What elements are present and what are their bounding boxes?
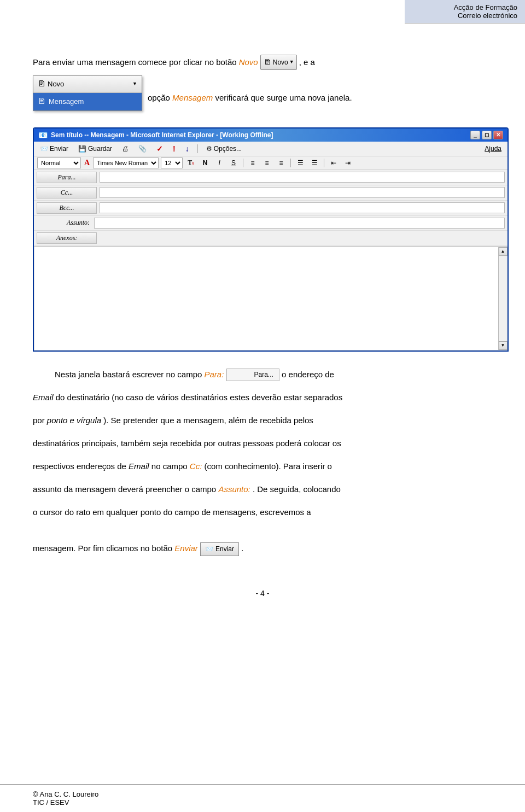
body-text-p6-end: . De seguida, colocando — [253, 484, 341, 494]
size-select[interactable]: 12 — [161, 157, 183, 168]
explanation-paragraph-5: respectivos endereços de Email no campo … — [33, 460, 492, 473]
ajuda-button[interactable]: Ajuda — [482, 144, 504, 154]
enviar-mock-label: Enviar — [215, 544, 234, 554]
font-select[interactable]: Times New Roman — [93, 157, 159, 168]
paragraph-2-row: 🖹 Novo ▼ 🖹 Mensagem opção Mensagem verif… — [33, 75, 492, 111]
body-text-email-italic: Email — [33, 393, 54, 402]
number-list-icon: ☰ — [312, 159, 318, 167]
underline-icon: S — [231, 159, 236, 167]
dropdown-header: 🖹 Novo ▼ — [33, 76, 142, 93]
format-sep3 — [324, 159, 324, 167]
bcc-field-row: Bcc... — [34, 201, 508, 216]
cc-button[interactable]: Cc... — [37, 187, 97, 198]
close-button[interactable]: ✕ — [493, 131, 503, 139]
align-left-icon: ≡ — [251, 159, 255, 167]
format-bar: Normal A Times New Roman 12 T g N I S ≡ … — [34, 156, 508, 170]
align-right-button[interactable]: ≡ — [275, 157, 287, 168]
spell-toolbar-button[interactable]: ✓ — [154, 143, 166, 154]
scroll-down-button[interactable]: ▼ — [499, 341, 508, 350]
options-button[interactable]: ⚙ Opções... — [203, 144, 244, 154]
para-input[interactable] — [100, 172, 505, 183]
format-sep2 — [290, 159, 291, 167]
restore-button[interactable]: ◻ — [482, 131, 492, 139]
enviar-toolbar-label: Enviar — [50, 145, 68, 153]
email-compose-dialog: 📧 Sem título -- Mensagem - Microsoft Int… — [33, 127, 509, 352]
align-center-icon: ≡ — [265, 159, 269, 167]
spell-icon: ✓ — [156, 144, 163, 153]
bullet-list-button[interactable]: ☰ — [294, 157, 306, 168]
body-text-p5-mid: no campo — [151, 462, 190, 471]
align-center-button[interactable]: ≡ — [261, 157, 273, 168]
guardar-label: Guardar — [88, 145, 112, 153]
explanation-paragraph-1: Nesta janela bastará escrever no campo P… — [33, 368, 492, 382]
minimize-button[interactable]: _ — [470, 131, 480, 139]
dropdown-mensagem-label: Mensagem — [49, 96, 84, 108]
dropdown-mensagem-item[interactable]: 🖹 Mensagem — [33, 93, 142, 110]
dialog-title: Sem título -- Mensagem - Microsoft Inter… — [51, 131, 273, 139]
body-text-cc-highlight: Cc: — [190, 462, 202, 471]
footer-org: TIC / ESEV — [33, 798, 492, 807]
print-toolbar-button[interactable]: 🖨 — [119, 144, 131, 154]
italic-button[interactable]: I — [213, 157, 225, 168]
decrease-indent-button[interactable]: ⇤ — [328, 157, 340, 168]
color-t-icon: T — [188, 159, 192, 167]
para2-text1: opção — [148, 91, 172, 105]
style-select[interactable]: Normal — [37, 157, 81, 168]
dialog-toolbar: 📨 Enviar 💾 Guardar 🖨 📎 ✓ ! ↓ — [34, 142, 508, 156]
main-content: Para enviar uma mensagem comece por clic… — [0, 22, 525, 636]
para1-highlight-novo: Novo — [239, 55, 258, 69]
anexos-field-row: Anexos: — [34, 231, 508, 246]
color-text-button[interactable]: T g — [185, 157, 197, 168]
para-button[interactable]: Para... — [37, 172, 97, 183]
body-text-p4: destinatários principais, também seja re… — [33, 439, 341, 448]
vertical-scrollbar[interactable]: ▲ ▼ — [498, 247, 507, 350]
paragraph-1: Para enviar uma mensagem comece por clic… — [33, 55, 492, 70]
para1-text1: Para enviar uma mensagem comece por clic… — [33, 55, 237, 69]
dialog-titlebar: 📧 Sem título -- Mensagem - Microsoft Int… — [34, 128, 508, 142]
explanation-paragraph-6: assunto da mensagem deverá preencher o c… — [33, 483, 492, 496]
increase-indent-button[interactable]: ⇥ — [342, 157, 354, 168]
explanation-paragraph-3: por ponto e vírgula ). Se pretender que … — [33, 414, 492, 427]
para2-highlight-mensagem: Mensagem — [172, 91, 213, 105]
anexos-button[interactable]: Anexos: — [37, 232, 97, 244]
scroll-up-button[interactable]: ▲ — [499, 247, 508, 256]
header-line2: Correio electrónico — [412, 11, 517, 20]
enviar-mock-icon: 📨 — [205, 544, 213, 554]
priority-low-button[interactable]: ↓ — [183, 143, 192, 154]
align-left-button[interactable]: ≡ — [247, 157, 259, 168]
bcc-button[interactable]: Bcc... — [37, 202, 97, 214]
footer-copyright: © Ana C. C. Loureiro — [33, 790, 492, 798]
options-icon: ⚙ — [206, 145, 212, 153]
toolbar-separator — [197, 144, 198, 153]
bullet-icon: ☰ — [298, 159, 304, 167]
ajuda-label: Ajuda — [485, 145, 501, 153]
bold-icon: N — [203, 159, 208, 167]
dropdown-arrow: ▼ — [132, 80, 137, 88]
body-text-p3-italic: ponto e vírgula — [47, 416, 101, 425]
underline-button[interactable]: S — [228, 157, 240, 168]
arrow-down-icon: ↓ — [185, 144, 189, 153]
bcc-input[interactable] — [100, 202, 505, 213]
font-icon-A: A — [84, 159, 90, 167]
explanation-paragraph-7: o cursor do rato em qualquer ponto do ca… — [33, 506, 492, 519]
assunto-field-row: Assunto: — [34, 216, 508, 231]
bold-button[interactable]: N — [199, 157, 211, 168]
number-list-button[interactable]: ☰ — [308, 157, 320, 168]
explanation-paragraph-4: destinatários principais, também seja re… — [33, 437, 492, 450]
priority-high-button[interactable]: ! — [170, 143, 178, 154]
body-text-p8-end: . — [241, 544, 243, 553]
email-fields: Para... Cc... Bcc... Assunto: Anexos: — [34, 170, 508, 247]
novo-label-inline: Novo — [273, 57, 288, 68]
guardar-icon: 💾 — [78, 145, 86, 153]
enviar-toolbar-button[interactable]: 📨 Enviar — [37, 144, 71, 154]
guardar-toolbar-button[interactable]: 💾 Guardar — [75, 144, 115, 154]
novo-button-inline[interactable]: 🖹 Novo ▼ — [260, 55, 297, 70]
assunto-input[interactable] — [94, 218, 505, 229]
message-body[interactable]: ▲ ▼ — [34, 247, 508, 350]
body-text-enviar-highlight: Enviar — [174, 544, 198, 553]
print-icon: 🖨 — [122, 145, 129, 153]
format-sep1 — [243, 159, 243, 167]
italic-icon: I — [218, 159, 220, 167]
attach-toolbar-button[interactable]: 📎 — [136, 144, 149, 154]
cc-input[interactable] — [100, 187, 505, 198]
